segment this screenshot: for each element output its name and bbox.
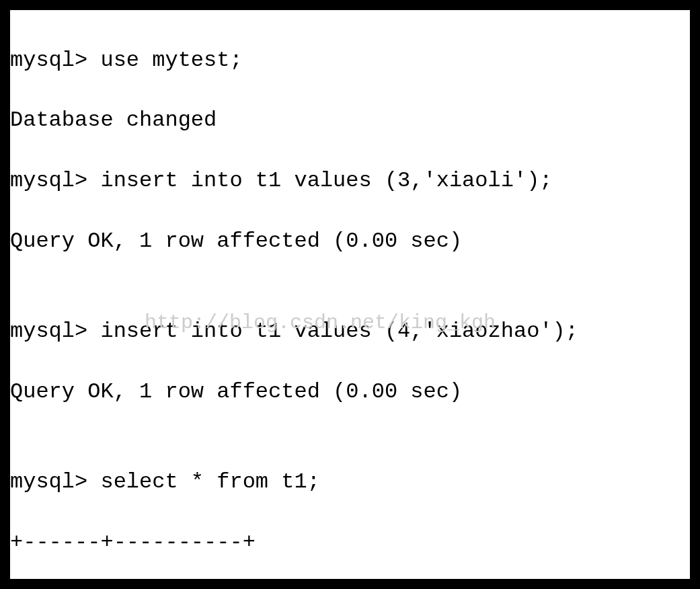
response-line-1: Database changed xyxy=(10,106,690,136)
prompt: mysql> xyxy=(10,469,100,494)
response-line-3: Query OK, 1 row affected (0.00 sec) xyxy=(10,377,690,407)
response-line-2: Query OK, 1 row affected (0.00 sec) xyxy=(10,227,690,257)
command-text: select * from t1; xyxy=(100,469,319,494)
command-text: use mytest; xyxy=(100,48,242,73)
command-line-4: mysql> select * from t1; xyxy=(10,467,690,498)
prompt: mysql> xyxy=(10,48,100,73)
command-line-1: mysql> use mytest; xyxy=(10,46,690,76)
prompt: mysql> xyxy=(10,168,100,193)
mysql-terminal[interactable]: mysql> use mytest; Database changed mysq… xyxy=(10,10,690,579)
command-line-3: mysql> insert into t1 values (4,'xiaozha… xyxy=(10,317,690,347)
command-text: insert into t1 values (4,'xiaozhao'); xyxy=(100,319,578,344)
table-border-top: +------+----------+ xyxy=(10,528,690,558)
prompt: mysql> xyxy=(10,319,100,344)
command-line-2: mysql> insert into t1 values (3,'xiaoli'… xyxy=(10,166,690,196)
command-text: insert into t1 values (3,'xiaoli'); xyxy=(100,168,552,193)
